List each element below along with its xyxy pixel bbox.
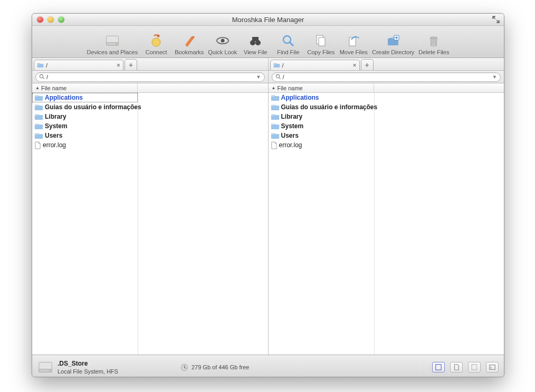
toolbar-bookmarks[interactable]: Bookmarks bbox=[175, 33, 204, 55]
left-tab-bar: / × + bbox=[32, 58, 268, 71]
file-row[interactable]: Applications bbox=[32, 93, 138, 102]
folder-icon bbox=[271, 94, 280, 101]
sort-arrow-icon: ▲ bbox=[272, 85, 276, 90]
chevron-down-icon[interactable]: ▼ bbox=[256, 74, 261, 80]
svg-point-7 bbox=[152, 38, 160, 46]
file-name: Guias do usuário e informações bbox=[281, 103, 378, 111]
file-row[interactable]: System bbox=[269, 121, 374, 131]
folder-icon bbox=[34, 94, 43, 101]
file-row[interactable]: Users bbox=[32, 131, 138, 140]
toolbar: Devices and Places Connect Bookmarks Qui… bbox=[32, 26, 504, 58]
right-tab-close[interactable]: × bbox=[352, 62, 356, 69]
toolbar-find-file[interactable]: Find File bbox=[274, 33, 302, 55]
svg-point-10 bbox=[221, 39, 224, 43]
toolbar-move-files[interactable]: Move Files bbox=[339, 33, 368, 55]
fullscreen-button[interactable] bbox=[492, 16, 500, 23]
svg-point-8 bbox=[157, 35, 160, 37]
column-rest[interactable] bbox=[374, 83, 504, 92]
view-mode-terminal-button[interactable] bbox=[486, 362, 499, 372]
document-icon bbox=[271, 141, 278, 149]
folder-icon bbox=[34, 123, 43, 129]
file-row[interactable]: Library bbox=[269, 112, 374, 121]
status-bar: .DS_Store Local File System, HFS 279 Gb … bbox=[32, 355, 504, 377]
file-row[interactable]: error.log bbox=[269, 140, 374, 150]
status-free-space: 279 Gb of 446 Gb free bbox=[180, 364, 249, 371]
right-list-rest bbox=[375, 93, 504, 355]
column-rest[interactable] bbox=[138, 83, 268, 92]
toolbar-view-file[interactable]: View File bbox=[241, 33, 270, 55]
connect-icon bbox=[149, 33, 164, 48]
file-name: System bbox=[45, 122, 68, 130]
column-file-name[interactable]: ▲ File name bbox=[32, 83, 138, 92]
left-new-tab-button[interactable]: + bbox=[125, 59, 137, 70]
minimize-window-button[interactable] bbox=[47, 16, 54, 23]
file-name: System bbox=[281, 122, 304, 130]
copy-icon bbox=[313, 33, 328, 48]
app-window: Moroshka File Manager Devices and Places… bbox=[32, 13, 504, 377]
file-row[interactable]: Applications bbox=[269, 93, 374, 102]
toolbar-devices-and-places[interactable]: Devices and Places bbox=[87, 33, 138, 55]
clock-icon bbox=[180, 364, 188, 371]
right-path-field[interactable]: / ▼ bbox=[272, 72, 501, 82]
close-window-button[interactable] bbox=[37, 16, 43, 23]
body: / × + / ▼ ▲ File name bbox=[32, 58, 504, 355]
right-new-tab-button[interactable]: + bbox=[361, 59, 374, 70]
file-row[interactable]: System bbox=[32, 121, 138, 131]
file-row[interactable]: Guias do usuário e informações bbox=[32, 102, 138, 112]
sort-arrow-icon: ▲ bbox=[35, 85, 40, 90]
file-row[interactable]: Guias do usuário e informações bbox=[269, 102, 374, 112]
svg-rect-26 bbox=[472, 365, 477, 370]
folder-icon bbox=[271, 104, 280, 110]
toolbar-quick-look[interactable]: Quick Look bbox=[208, 33, 237, 55]
magnifier-icon bbox=[281, 33, 295, 48]
column-file-name[interactable]: ▲ File name bbox=[269, 83, 374, 92]
drive-icon bbox=[37, 359, 53, 375]
bookmark-icon bbox=[182, 33, 197, 48]
folder-icon bbox=[271, 123, 280, 129]
file-row[interactable]: error.log bbox=[32, 140, 138, 150]
status-right-controls bbox=[432, 362, 499, 372]
file-name: Guias do usuário e informações bbox=[45, 103, 141, 111]
view-mode-panel-button[interactable] bbox=[432, 362, 445, 372]
file-row[interactable]: Library bbox=[32, 112, 138, 121]
left-tab[interactable]: / × bbox=[34, 60, 123, 70]
create-folder-icon bbox=[386, 33, 400, 48]
window-title: Moroshka File Manager bbox=[32, 16, 504, 24]
left-tab-close[interactable]: × bbox=[117, 62, 120, 69]
left-path-field[interactable]: / ▼ bbox=[35, 72, 265, 82]
right-path-bar: / ▼ bbox=[269, 71, 504, 83]
toolbar-connect[interactable]: Connect bbox=[142, 33, 170, 55]
file-name: Applications bbox=[281, 94, 319, 101]
left-column-header: ▲ File name bbox=[32, 83, 268, 93]
status-filesystem: Local File System, HFS bbox=[58, 368, 118, 375]
move-icon bbox=[346, 33, 361, 48]
folder-icon bbox=[273, 62, 280, 68]
svg-point-21 bbox=[431, 37, 437, 39]
search-icon bbox=[275, 74, 281, 80]
document-icon bbox=[34, 141, 41, 149]
left-list-rest bbox=[138, 93, 268, 355]
trash-icon bbox=[426, 33, 441, 48]
toolbar-delete-files[interactable]: Delete Files bbox=[418, 33, 449, 55]
view-mode-doc-button[interactable] bbox=[450, 362, 463, 372]
toolbar-copy-files[interactable]: Copy Files bbox=[307, 33, 335, 55]
svg-rect-27 bbox=[490, 365, 495, 370]
file-row[interactable]: Users bbox=[269, 131, 374, 140]
svg-line-15 bbox=[290, 42, 293, 46]
right-path-value: / bbox=[283, 74, 491, 80]
chevron-down-icon[interactable]: ▼ bbox=[492, 74, 497, 80]
binoculars-icon bbox=[248, 33, 263, 48]
file-name: Library bbox=[45, 113, 66, 120]
titlebar: Moroshka File Manager bbox=[32, 14, 504, 26]
left-tab-label: / bbox=[46, 62, 114, 69]
right-file-list[interactable]: ApplicationsGuias do usuário e informaçõ… bbox=[269, 93, 375, 355]
zoom-window-button[interactable] bbox=[58, 16, 64, 23]
view-mode-select-button[interactable] bbox=[468, 362, 481, 372]
toolbar-create-directory[interactable]: Create Directory bbox=[372, 33, 414, 55]
left-file-list[interactable]: ApplicationsGuias do usuário e informaçõ… bbox=[32, 93, 138, 355]
status-text: .DS_Store Local File System, HFS bbox=[58, 360, 118, 375]
left-listing: ApplicationsGuias do usuário e informaçõ… bbox=[32, 93, 268, 355]
left-path-bar: / ▼ bbox=[32, 71, 268, 83]
right-tab[interactable]: / × bbox=[270, 60, 360, 70]
left-path-value: / bbox=[46, 74, 255, 80]
